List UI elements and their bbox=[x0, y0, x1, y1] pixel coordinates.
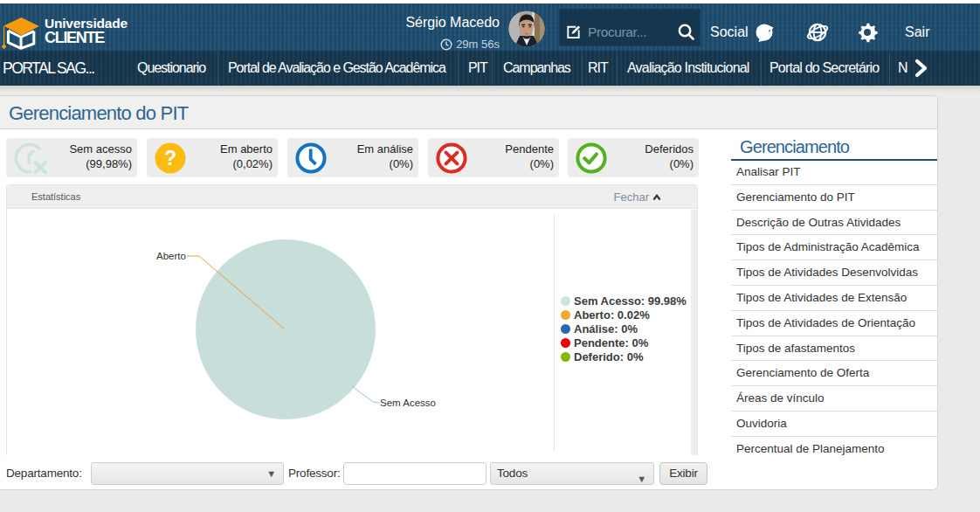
svg-text:Aberto: Aberto bbox=[156, 251, 186, 261]
svg-text:?: ? bbox=[164, 147, 176, 170]
svg-text:Sem Acesso: Sem Acesso bbox=[380, 398, 436, 408]
